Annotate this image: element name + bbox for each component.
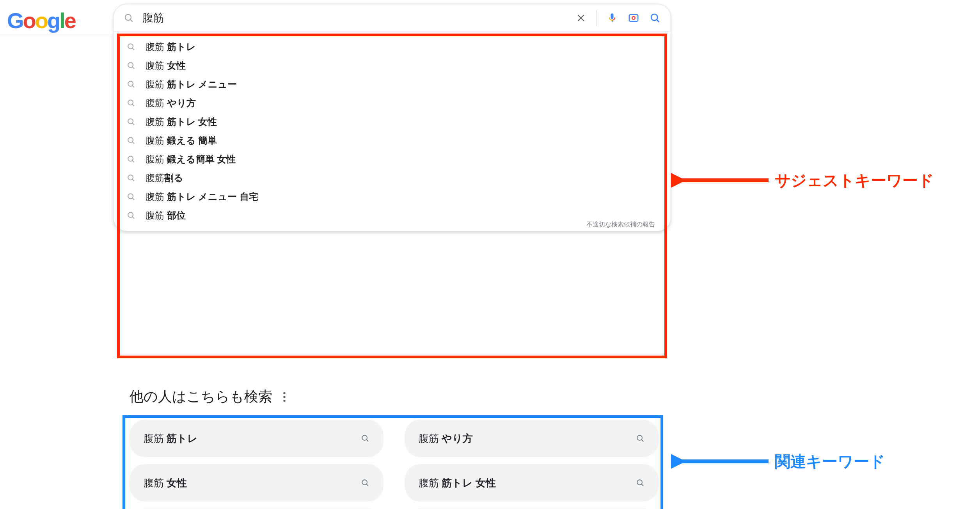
related-chip-text: 腹筋 やり方 bbox=[419, 432, 473, 445]
suggestion-text: 腹筋割る bbox=[146, 172, 183, 184]
voice-search-icon[interactable] bbox=[607, 12, 618, 23]
suggestion-item[interactable]: 腹筋 筋トレ メニュー 自宅 bbox=[114, 187, 671, 206]
suggestion-text: 腹筋 やり方 bbox=[146, 97, 196, 109]
svg-line-12 bbox=[133, 67, 135, 69]
search-icon bbox=[127, 211, 135, 220]
svg-line-18 bbox=[133, 123, 135, 125]
related-search-chip[interactable]: 腹筋 筋トレ 女性 bbox=[405, 464, 659, 502]
suggestion-text: 腹筋 筋トレ bbox=[146, 41, 196, 53]
svg-point-17 bbox=[128, 119, 133, 124]
related-search-chip[interactable]: 腹筋 女性 bbox=[130, 464, 383, 502]
annotation-related: 関連キーワード bbox=[671, 450, 885, 473]
svg-point-23 bbox=[128, 175, 133, 180]
svg-line-26 bbox=[133, 198, 135, 200]
suggestion-item[interactable]: 腹筋 筋トレ 女性 bbox=[114, 112, 671, 131]
suggestion-item[interactable]: 腹筋 やり方 bbox=[114, 94, 671, 112]
suggestion-item[interactable]: 腹筋 鍛える簡単 女性 bbox=[114, 150, 671, 169]
svg-line-10 bbox=[133, 48, 135, 50]
logo-letter: o bbox=[35, 8, 47, 33]
search-icon bbox=[127, 155, 135, 164]
related-searches-section: 他の人はこちらも検索 腹筋 筋トレ腹筋 やり方腹筋 女性腹筋 筋トレ 女性腹筋 … bbox=[130, 387, 659, 509]
svg-line-8 bbox=[657, 20, 659, 22]
svg-line-14 bbox=[133, 86, 135, 88]
svg-point-27 bbox=[128, 212, 133, 217]
svg-line-36 bbox=[642, 440, 644, 442]
suggestion-item[interactable]: 腹筋 筋トレ メニュー bbox=[114, 75, 671, 94]
annotation-suggest: サジェストキーワード bbox=[671, 169, 934, 192]
related-heading: 他の人はこちらも検索 bbox=[130, 387, 659, 406]
svg-point-31 bbox=[283, 396, 285, 398]
svg-point-13 bbox=[128, 81, 133, 86]
suggestion-item[interactable]: 腹筋 筋トレ bbox=[114, 37, 671, 56]
arrow-left-icon bbox=[671, 450, 769, 473]
suggestion-text: 腹筋 筋トレ 女性 bbox=[146, 116, 217, 128]
svg-point-32 bbox=[283, 400, 285, 402]
search-icon bbox=[636, 479, 644, 487]
svg-line-16 bbox=[133, 105, 135, 107]
logo-letter: e bbox=[64, 8, 75, 33]
clear-icon[interactable] bbox=[576, 13, 586, 23]
svg-point-21 bbox=[128, 156, 133, 161]
annotation-suggest-label: サジェストキーワード bbox=[775, 170, 934, 191]
suggestion-text: 腹筋 鍛える 簡単 bbox=[146, 134, 217, 147]
svg-point-7 bbox=[651, 14, 657, 20]
svg-point-5 bbox=[632, 16, 635, 20]
related-chip-text: 腹筋 筋トレ bbox=[144, 432, 198, 445]
google-logo[interactable]: Google bbox=[7, 8, 75, 33]
suggestion-text: 腹筋 鍛える簡単 女性 bbox=[146, 153, 236, 166]
logo-letter: l bbox=[59, 8, 64, 33]
svg-point-33 bbox=[362, 435, 367, 440]
search-button-icon[interactable] bbox=[650, 12, 660, 23]
svg-line-1 bbox=[130, 20, 132, 21]
svg-point-9 bbox=[128, 44, 133, 49]
search-box[interactable] bbox=[113, 4, 671, 32]
suggestion-text: 腹筋 部位 bbox=[146, 209, 186, 222]
svg-line-34 bbox=[367, 440, 369, 442]
annotation-related-label: 関連キーワード bbox=[775, 451, 885, 472]
search-icon bbox=[127, 61, 135, 70]
suggestion-text: 腹筋 筋トレ メニュー bbox=[146, 78, 237, 91]
suggestions-dropdown: 腹筋 筋トレ腹筋 女性腹筋 筋トレ メニュー腹筋 やり方腹筋 筋トレ 女性腹筋 … bbox=[113, 32, 671, 231]
search-icon bbox=[127, 174, 135, 182]
search-icon bbox=[127, 117, 135, 126]
search-icon bbox=[127, 80, 135, 89]
search-icon bbox=[127, 192, 135, 201]
svg-line-28 bbox=[133, 217, 135, 219]
svg-line-24 bbox=[133, 180, 135, 182]
svg-point-19 bbox=[128, 137, 133, 142]
related-chip-text: 腹筋 筋トレ 女性 bbox=[419, 476, 496, 490]
suggestion-text: 腹筋 女性 bbox=[146, 59, 186, 72]
suggestion-item[interactable]: 腹筋 女性 bbox=[114, 56, 671, 75]
logo-letter: o bbox=[23, 8, 35, 33]
suggestion-item[interactable]: 腹筋割る bbox=[114, 169, 671, 187]
suggestion-item[interactable]: 腹筋 鍛える 簡単 bbox=[114, 131, 671, 150]
svg-point-15 bbox=[128, 100, 133, 105]
search-container: 腹筋 筋トレ腹筋 女性腹筋 筋トレ メニュー腹筋 やり方腹筋 筋トレ 女性腹筋 … bbox=[113, 4, 671, 231]
search-input[interactable] bbox=[142, 12, 576, 24]
svg-line-20 bbox=[133, 142, 135, 144]
search-icon bbox=[636, 434, 644, 443]
more-icon[interactable] bbox=[279, 392, 289, 402]
search-icon bbox=[361, 479, 369, 487]
related-search-chip[interactable]: 腹筋 やり方 bbox=[405, 420, 659, 457]
svg-point-35 bbox=[637, 435, 642, 440]
search-icon bbox=[127, 99, 135, 107]
svg-point-11 bbox=[128, 62, 133, 68]
related-chip-text: 腹筋 女性 bbox=[144, 476, 187, 490]
related-search-chip[interactable]: 腹筋 筋トレ bbox=[130, 420, 383, 457]
suggestion-text: 腹筋 筋トレ メニュー 自宅 bbox=[146, 190, 258, 203]
search-icon bbox=[127, 136, 135, 145]
logo-letter: G bbox=[7, 8, 23, 33]
search-icon bbox=[361, 434, 369, 443]
search-icon bbox=[124, 13, 134, 23]
svg-point-37 bbox=[362, 480, 367, 485]
svg-point-25 bbox=[128, 194, 133, 199]
svg-line-40 bbox=[642, 484, 644, 486]
image-search-icon[interactable] bbox=[628, 12, 639, 24]
arrow-left-icon bbox=[671, 169, 769, 192]
search-icon bbox=[127, 43, 135, 51]
svg-rect-4 bbox=[629, 14, 638, 21]
report-suggestions-link[interactable]: 不適切な検索候補の報告 bbox=[586, 221, 655, 229]
svg-point-30 bbox=[283, 392, 285, 394]
related-heading-text: 他の人はこちらも検索 bbox=[130, 387, 272, 406]
